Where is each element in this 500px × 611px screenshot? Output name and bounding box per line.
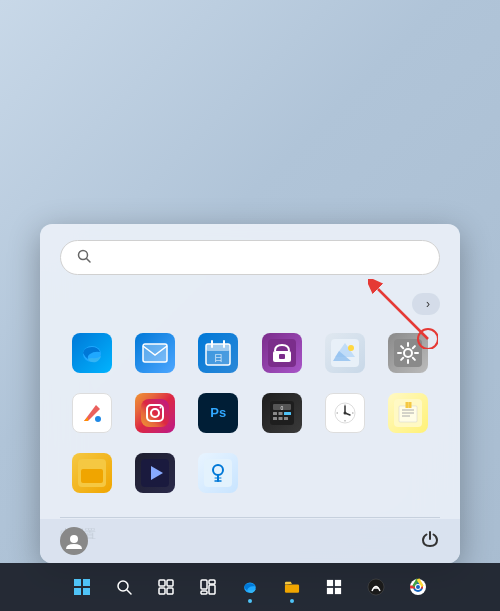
movies-icon (135, 453, 175, 493)
svg-rect-48 (399, 406, 417, 422)
instagram-icon (135, 393, 175, 433)
svg-rect-34 (273, 417, 277, 420)
app-settings[interactable] (377, 327, 440, 383)
svg-rect-36 (284, 417, 288, 420)
svg-point-27 (159, 406, 161, 408)
taskbar (0, 563, 500, 611)
svg-rect-9 (206, 344, 230, 351)
files-icon (72, 453, 112, 493)
all-apps-button[interactable]: › (412, 293, 440, 315)
windows-taskbar-icon[interactable] (316, 569, 352, 605)
app-edge[interactable] (60, 327, 123, 383)
paint-icon (72, 393, 112, 433)
app-paint[interactable] (60, 387, 123, 443)
svg-rect-55 (81, 469, 103, 483)
svg-rect-75 (209, 585, 215, 594)
svg-rect-77 (201, 591, 207, 594)
store-icon (262, 333, 302, 373)
user-section (40, 519, 460, 563)
avatar (60, 527, 88, 555)
app-calendar[interactable]: 日 (187, 327, 250, 383)
widgets-button[interactable] (190, 569, 226, 605)
svg-rect-31 (273, 412, 277, 415)
app-tips[interactable] (187, 447, 250, 503)
svg-rect-74 (201, 580, 207, 589)
svg-rect-66 (74, 588, 81, 595)
pinned-header: › (60, 293, 440, 315)
chrome-taskbar-icon[interactable] (400, 569, 436, 605)
explorer-taskbar-icon[interactable] (274, 569, 310, 605)
svg-rect-58 (204, 459, 232, 487)
svg-line-69 (127, 590, 131, 594)
app-instagram[interactable] (123, 387, 186, 443)
svg-text:0: 0 (280, 405, 283, 411)
svg-point-19 (348, 345, 354, 351)
calc-icon: 0 (262, 393, 302, 433)
app-clock[interactable] (313, 387, 376, 443)
svg-rect-70 (159, 580, 165, 586)
app-mail[interactable] (123, 327, 186, 383)
svg-rect-65 (83, 579, 90, 586)
svg-point-42 (343, 411, 346, 414)
svg-point-63 (70, 535, 78, 543)
tips-icon (198, 453, 238, 493)
svg-text:日: 日 (214, 353, 223, 363)
svg-rect-15 (279, 354, 285, 359)
svg-rect-81 (335, 580, 341, 586)
svg-rect-35 (278, 417, 282, 420)
divider (60, 517, 440, 518)
start-button[interactable] (64, 569, 100, 605)
task-view-button[interactable] (148, 569, 184, 605)
start-menu: › (40, 224, 460, 563)
search-taskbar-button[interactable] (106, 569, 142, 605)
svg-rect-33 (284, 412, 291, 415)
app-store[interactable] (250, 327, 313, 383)
desktop: › (0, 0, 500, 611)
svg-rect-71 (167, 580, 173, 586)
search-icon (77, 249, 91, 266)
svg-rect-83 (335, 588, 341, 594)
app-files[interactable] (60, 447, 123, 503)
svg-rect-32 (278, 412, 282, 415)
taskbar-items (64, 569, 436, 605)
svg-line-1 (87, 258, 91, 262)
chevron-right-icon: › (426, 297, 430, 311)
calendar-icon: 日 (198, 333, 238, 373)
notepad-icon (388, 393, 428, 433)
svg-point-89 (416, 585, 420, 589)
app-photos[interactable] (313, 327, 376, 383)
svg-rect-24 (141, 399, 169, 427)
svg-rect-72 (159, 588, 165, 594)
svg-rect-64 (74, 579, 81, 586)
app-notepad[interactable] (377, 387, 440, 443)
user-info (60, 527, 96, 555)
clock-icon (325, 393, 365, 433)
svg-rect-67 (83, 588, 90, 595)
photoshop-icon: Ps (198, 393, 238, 433)
edge-icon (72, 333, 112, 373)
photos-icon (325, 333, 365, 373)
app-calc[interactable]: 0 (250, 387, 313, 443)
svg-rect-82 (327, 588, 333, 594)
power-button[interactable] (420, 529, 440, 553)
mail-icon (135, 333, 175, 373)
app-grid: 日 (60, 327, 440, 503)
app-movies[interactable] (123, 447, 186, 503)
svg-rect-80 (327, 580, 333, 586)
app-black-icon[interactable] (358, 569, 394, 605)
svg-rect-76 (209, 580, 215, 584)
svg-point-23 (95, 416, 101, 422)
edge-taskbar-icon[interactable] (232, 569, 268, 605)
svg-rect-79 (285, 584, 299, 592)
search-bar[interactable] (60, 240, 440, 275)
svg-rect-73 (167, 588, 173, 594)
app-photoshop[interactable]: Ps (187, 387, 250, 443)
svg-rect-5 (143, 344, 167, 362)
settings-icon (388, 333, 428, 373)
